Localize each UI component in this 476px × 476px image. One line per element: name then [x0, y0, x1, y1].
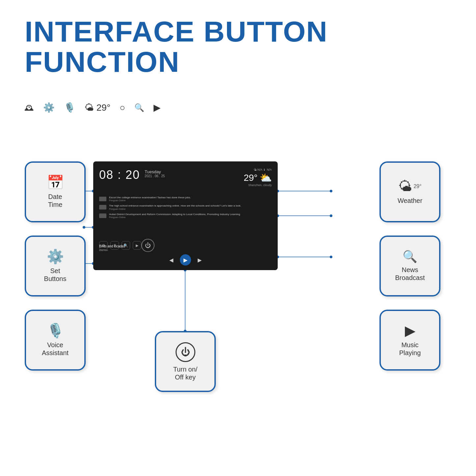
news-text-2: The high school entrance examination is …	[109, 204, 241, 210]
news-item-2: The high school entrance examination is …	[99, 204, 272, 210]
news-text-1: Escort the college entrance examination!…	[109, 196, 191, 202]
news-dot-3	[99, 213, 106, 218]
filter-search-icon: 🔍	[134, 103, 144, 112]
turn-on-off-label: Turn on/Off key	[173, 365, 198, 381]
main-title-line1: INTERFACE BUTTON	[25, 16, 328, 47]
music-controls: ◀ ▶ ▶	[99, 254, 272, 266]
svg-point-4	[83, 226, 85, 229]
icon-row: 🕰 ⚙️ 🎙️ 🌤 29° ○ 🔍 ▶	[25, 102, 161, 113]
power-icon: ⏻	[176, 342, 195, 362]
title-section: INTERFACE BUTTON FUNCTION	[25, 16, 328, 77]
weather-sun-cloud-icon: 🌤	[398, 180, 412, 193]
screen-news: Escort the college entrance examination!…	[99, 196, 272, 221]
news-dot-2	[99, 205, 106, 210]
screen-day: Tuesday	[145, 169, 165, 174]
weather-icon: 🌤 29°	[85, 102, 110, 113]
news-item-1: Escort the college entrance examination!…	[99, 196, 272, 202]
screen-music: Birds and cicadas Bairilan ◀ ▶ ▶	[99, 244, 272, 266]
voice-assistant-card[interactable]: 🎙️ VoiceAssistant	[25, 310, 86, 371]
calendar-icon: 📅	[47, 176, 64, 189]
weather-card[interactable]: 🌤 29° Weather	[379, 161, 440, 222]
play-icon: ▶	[154, 102, 161, 113]
main-title-line2: FUNCTION	[25, 47, 328, 77]
news-broadcast-card[interactable]: 🔍 NewsBroadcast	[379, 236, 440, 296]
screen-city: Shenzhen, cloudy	[244, 183, 272, 187]
music-play-icon: ▶	[405, 324, 415, 338]
screen-weather-icon-big: ⛅	[260, 172, 272, 183]
screen-full-date: 2021 . 06 . 25	[145, 174, 165, 178]
news-item-3: Hubei District Development and Reform Co…	[99, 213, 272, 218]
news-dot-1	[99, 197, 106, 201]
screen-weather-icons: 🌤 N/A 🌡 N/A	[244, 168, 272, 171]
music-playing-card[interactable]: ▶ MusicPlaying	[379, 310, 440, 371]
next-button[interactable]: ▶	[198, 257, 202, 263]
screen-weather: 🌤 N/A 🌡 N/A 29° ⛅ Shenzhen, cloudy	[244, 168, 272, 187]
svg-point-10	[330, 190, 332, 192]
clock-icon: 🕰	[25, 102, 34, 113]
microphone-icon: 🎙️	[47, 324, 64, 338]
music-playing-label: MusicPlaying	[399, 341, 421, 357]
circle-icon: ○	[120, 102, 125, 113]
news-text-3: Hubei District Development and Reform Co…	[109, 213, 240, 218]
news-broadcast-label: NewsBroadcast	[395, 266, 425, 282]
set-buttons-card[interactable]: ⚙️ SetButtons	[25, 236, 86, 296]
music-artist: Bairilan	[99, 249, 272, 252]
news-icon: 🔍	[403, 251, 417, 263]
display-screen: 08 : 20 Tuesday 2021 . 06 . 25 🌤 N/A 🌡 N…	[93, 161, 278, 270]
date-time-card[interactable]: 📅 DateTime	[25, 161, 86, 222]
prev-button[interactable]: ◀	[169, 257, 173, 263]
turn-on-off-card[interactable]: ⏻ Turn on/Off key	[155, 331, 216, 392]
settings-icon: ⚙️	[47, 250, 64, 264]
weather-label: Weather	[398, 197, 422, 205]
screen-date-info: Tuesday 2021 . 06 . 25	[145, 168, 165, 178]
music-title: Birds and cicadas	[99, 244, 272, 248]
gear-icon: ⚙️	[43, 102, 55, 113]
screen-time: 08 : 20	[99, 168, 140, 182]
voice-assistant-label: VoiceAssistant	[42, 341, 69, 357]
svg-point-13	[330, 214, 332, 217]
mic-icon: 🎙️	[64, 102, 75, 113]
screen-temp: 29° ⛅	[244, 172, 272, 183]
set-buttons-label: SetButtons	[44, 267, 67, 283]
svg-point-16	[330, 256, 332, 258]
play-pause-button[interactable]: ▶	[180, 254, 191, 266]
date-time-label: DateTime	[48, 193, 63, 209]
